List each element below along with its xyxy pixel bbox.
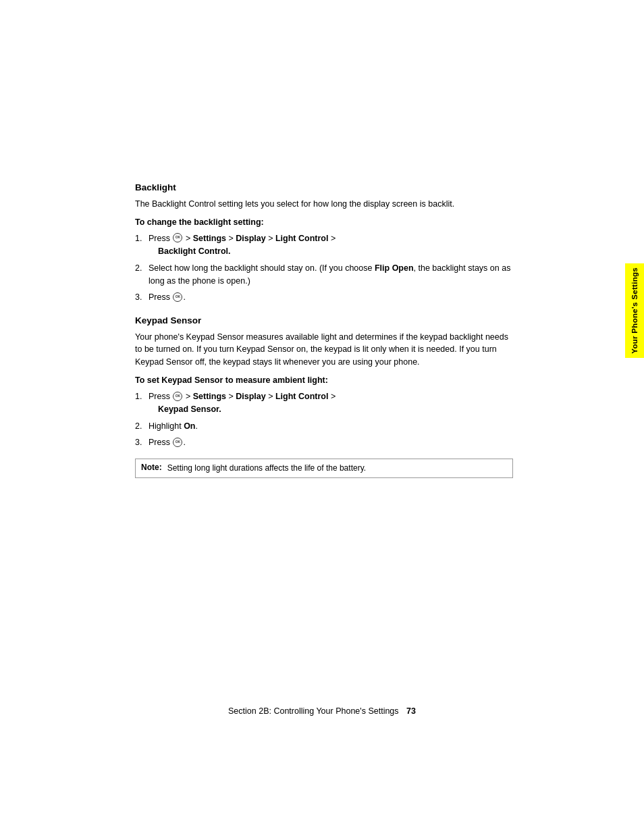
keypad-steps: 1. Press > Settings > Display > Light Co… <box>135 390 513 450</box>
backlight-instruction-label: To change the backlight setting: <box>135 217 513 227</box>
step-number: 3. <box>135 436 142 449</box>
footer-section-label: Section 2B: Controlling Your Phone's Set… <box>228 706 399 716</box>
keypad-sensor-section: Keypad Sensor Your phone's Keypad Sensor… <box>135 315 513 479</box>
footer: Section 2B: Controlling Your Phone's Set… <box>0 706 644 716</box>
ok-icon-1 <box>173 292 182 302</box>
footer-page-number: 73 <box>406 706 416 716</box>
note-text: Setting long light durations affects the… <box>167 463 366 474</box>
keypad-step-3: 3. Press . <box>135 436 513 449</box>
step-number: 3. <box>135 291 142 304</box>
page-container: Your Phone's Settings Backlight The Back… <box>0 0 644 834</box>
sidebar-tab-label: Your Phone's Settings <box>630 267 639 354</box>
menu-icon-2 <box>173 392 182 401</box>
note-box: Note: Setting long light durations affec… <box>135 459 513 478</box>
keypad-sensor-title: Keypad Sensor <box>135 315 513 325</box>
backlight-step-3: 3. Press . <box>135 291 513 304</box>
backlight-title: Backlight <box>135 182 513 192</box>
keypad-instruction-label: To set Keypad Sensor to measure ambient … <box>135 375 513 385</box>
keypad-step-2: 2. Highlight On. <box>135 420 513 433</box>
ok-icon-2 <box>173 438 182 447</box>
step-number: 2. <box>135 262 142 275</box>
menu-icon-1 <box>173 233 182 242</box>
backlight-section: Backlight The Backlight Control setting … <box>135 182 513 305</box>
content-area: Backlight The Backlight Control setting … <box>135 182 513 489</box>
backlight-step-1: 1. Press > Settings > Display > Light Co… <box>135 232 513 259</box>
backlight-steps: 1. Press > Settings > Display > Light Co… <box>135 232 513 305</box>
step-number: 2. <box>135 420 142 433</box>
step-number: 1. <box>135 390 142 403</box>
backlight-intro: The Backlight Control setting lets you s… <box>135 198 513 211</box>
sidebar-tab[interactable]: Your Phone's Settings <box>625 263 644 358</box>
note-label: Note: <box>141 463 162 472</box>
keypad-step-1: 1. Press > Settings > Display > Light Co… <box>135 390 513 417</box>
keypad-sensor-intro: Your phone's Keypad Sensor measures avai… <box>135 331 513 369</box>
backlight-step-2: 2. Select how long the backlight should … <box>135 262 513 288</box>
step-number: 1. <box>135 232 142 245</box>
